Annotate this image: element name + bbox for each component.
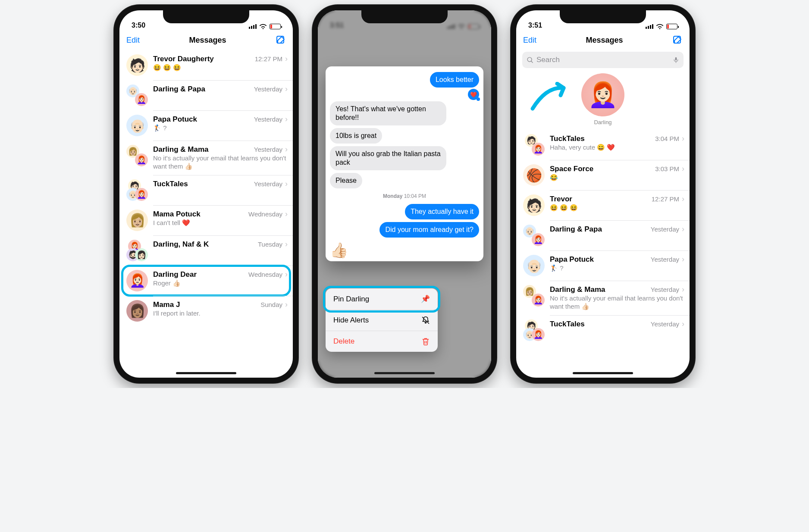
screen-1: 3:50 Edit Messages 🧑🏻 Trevor Daugherty12… [119, 10, 293, 378]
menu-item-pin[interactable]: Pin Darling 📌 [326, 288, 438, 310]
trash-icon [421, 337, 430, 346]
chevron-right-icon: › [682, 285, 684, 294]
status-time: 3:51 [528, 22, 542, 29]
list-row-highlighted[interactable]: 👩🏻‍🦰 Darling DearWednesday› Roger 👍🏻 [119, 266, 293, 296]
avatar-group: 👩🏻‍🦰 🧔🏻 👩🏻 [126, 240, 148, 261]
compose-icon[interactable] [672, 35, 683, 45]
row-time: 12:27 PM [652, 195, 679, 203]
navbar: Edit Messages [516, 30, 690, 50]
row-preview: 😆 😆 😆 [550, 204, 684, 212]
conversation-list[interactable]: 🧑🏻 Trevor Daugherty12:27 PM› 😆 😆 😆 👴🏻 👩🏻… [119, 50, 293, 326]
avatar: 👩🏼 [126, 210, 148, 231]
battery-icon [666, 24, 677, 29]
home-indicator[interactable] [176, 372, 236, 374]
search-icon [527, 56, 534, 64]
row-preview: 😆 😆 😆 [153, 64, 288, 72]
context-menu: Pin Darling 📌 Hide Alerts Delete [326, 288, 438, 352]
notch [361, 10, 448, 23]
row-name: Mama Potuck [153, 210, 201, 219]
menu-item-hide-alerts[interactable]: Hide Alerts [326, 310, 438, 331]
phone-frame-1: 3:50 Edit Messages 🧑🏻 Trevor Daugherty12… [113, 4, 299, 384]
row-preview: 🏌🏻 ? [153, 124, 288, 132]
edit-button[interactable]: Edit [523, 36, 536, 45]
compose-icon[interactable] [276, 35, 286, 45]
list-row[interactable]: 👴🏻 Papa PotuckYesterday› 🏌🏻 ? [119, 110, 293, 141]
list-row[interactable]: 👩🏻‍🦰 🧔🏻 👩🏻 Darling, Naf & KTuesday› [119, 235, 293, 266]
list-row[interactable]: 👩🏽 Mama JSunday› I'll report in later. [119, 296, 293, 326]
list-row[interactable]: 👴🏻 👩🏻‍🦰 Darling & PapaYesterday› [516, 220, 690, 250]
wifi-icon [259, 24, 267, 29]
avatar-group: 👩🏼 👩🏻‍🦰 [126, 145, 148, 166]
row-time: 3:03 PM [655, 165, 679, 172]
chevron-right-icon: › [285, 54, 288, 63]
row-name: Mama J [153, 300, 180, 309]
list-row[interactable]: 🏀 Space Force3:03 PM› 😂 [516, 160, 690, 190]
avatar: 👩🏻‍🦰 [126, 270, 148, 291]
list-row[interactable]: 👩🏼 👩🏻‍🦰 Darling & MamaYesterday› No it's… [516, 281, 690, 315]
menu-item-delete[interactable]: Delete [326, 331, 438, 352]
conversation-list[interactable]: 🧑🏻 👩🏻‍🦰 TuckTales3:04 PM› Haha, very cut… [516, 130, 690, 345]
svg-rect-3 [675, 57, 677, 61]
bell-slash-icon [421, 316, 430, 325]
row-name: Trevor Daugherty [153, 55, 214, 63]
row-time: Wednesday [248, 210, 282, 218]
chevron-right-icon: › [285, 145, 288, 153]
row-preview: No it's actually your email that learns … [550, 294, 684, 311]
chevron-right-icon: › [682, 255, 684, 263]
home-indicator[interactable] [374, 372, 435, 374]
row-name: Papa Potuck [153, 115, 197, 124]
row-time: 12:27 PM [255, 55, 282, 63]
conversation-preview-card[interactable]: Looks better ❤️ Yes! That's what we've g… [326, 66, 483, 261]
chevron-right-icon: › [682, 319, 684, 328]
list-row[interactable]: 👴🏻 👩🏻‍🦰 Darling & PapaYesterday› [119, 80, 293, 110]
list-row[interactable]: 👩🏼 Mama PotuckWednesday› I can't tell ❤️ [119, 205, 293, 235]
row-name: Space Force [550, 165, 593, 173]
list-row[interactable]: 👩🏼 👩🏻‍🦰 Darling & MamaYesterday› No it's… [119, 141, 293, 175]
chevron-right-icon: › [285, 240, 288, 248]
chevron-right-icon: › [285, 270, 288, 279]
page-title: Messages [586, 36, 623, 45]
avatar: 👴🏻 [126, 115, 148, 136]
screen-2: 3:51 Looks better ❤️ Yes! That's what we… [318, 10, 491, 378]
row-preview: Haha, very cute 😄 ❤️ [550, 144, 684, 152]
list-row[interactable]: 🧑🏻 👩🏻‍🦰 TuckTales3:04 PM› Haha, very cut… [516, 130, 690, 160]
row-name: Darling & Mama [153, 145, 208, 154]
list-row[interactable]: 🧑🏻 👴🏻 👩🏻‍🦰 TuckTalesYesterday› [516, 315, 690, 345]
row-preview: I'll report in later. [153, 310, 288, 318]
list-row[interactable]: 👴🏻 Papa PotuckYesterday› 🏌🏻 ? [516, 250, 690, 281]
chevron-right-icon: › [285, 179, 288, 188]
signal-icon [249, 24, 257, 29]
message-in: Will you also grab the Italian pasta pac… [330, 146, 446, 170]
chevron-right-icon: › [682, 134, 684, 143]
status-time: 3:50 [132, 22, 145, 29]
row-time: Yesterday [651, 225, 679, 233]
list-row[interactable]: 🧑🏻 👴🏻 👩🏻‍🦰 TuckTalesYesterday› [119, 175, 293, 205]
screen-3: 3:51 Edit Messages Search 👩🏻‍🦰 Darling 🧑… [516, 10, 690, 378]
chevron-right-icon: › [682, 225, 684, 233]
battery-icon [270, 24, 281, 29]
avatar: 🧑🏻 [126, 54, 148, 76]
home-indicator[interactable] [573, 372, 633, 374]
pinned-section: 👩🏻‍🦰 Darling [516, 72, 690, 130]
avatar-group: 🧑🏻 👴🏻 👩🏻‍🦰 [126, 179, 148, 201]
avatar-group: 👴🏻 👩🏻‍🦰 [523, 225, 545, 246]
list-row[interactable]: 🧑🏻 Trevor Daugherty12:27 PM› 😆 😆 😆 [119, 50, 293, 80]
message-in: 10lbs is great [330, 128, 382, 144]
message-out: They actually have it [405, 204, 479, 219]
list-row[interactable]: 🧑🏻 Trevor12:27 PM› 😆 😆 😆 [516, 190, 690, 220]
avatar: 🏀 [523, 164, 545, 186]
row-preview: 🏌🏻 ? [550, 264, 684, 272]
page-title: Messages [189, 36, 226, 45]
row-time: Wednesday [248, 271, 282, 278]
edit-button[interactable]: Edit [126, 36, 140, 45]
row-name: TuckTales [153, 180, 188, 188]
pinned-avatar[interactable]: 👩🏻‍🦰 [581, 73, 624, 116]
wifi-icon [656, 24, 664, 29]
avatar-group: 🧑🏻 👴🏻 👩🏻‍🦰 [523, 319, 545, 341]
mic-icon[interactable] [673, 56, 679, 64]
row-time: Yesterday [651, 286, 679, 293]
row-time: Yesterday [254, 146, 282, 153]
row-name: Darling & Mama [550, 285, 605, 294]
search-input[interactable]: Search [522, 52, 684, 68]
avatar: 👴🏻 [523, 255, 545, 276]
